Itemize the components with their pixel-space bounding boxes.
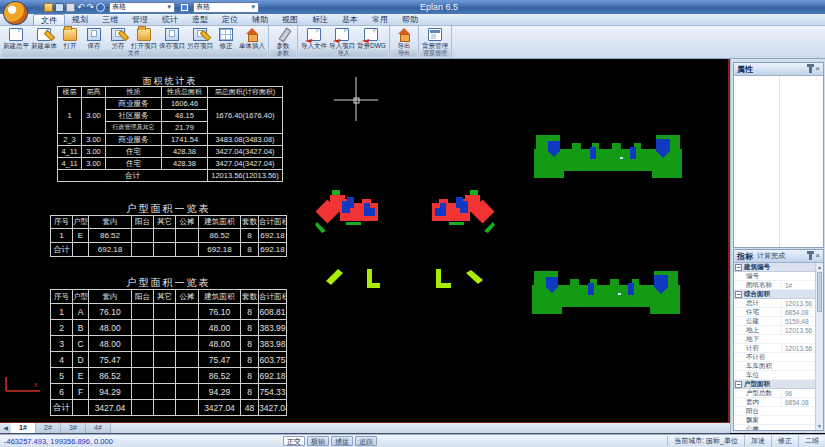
print-icon[interactable]: [66, 3, 75, 12]
menu-tab-5[interactable]: 统计: [155, 14, 185, 25]
color-swatch-icon[interactable]: [180, 3, 189, 12]
ribbon-group-label: 参数: [270, 49, 296, 57]
ribbon-button-1-5[interactable]: 另存: [106, 26, 130, 49]
indicator-panel: 指标 计算完成 × 建筑编号编号图纸名称1#综合面积总计12013.56住宅68…: [733, 249, 824, 431]
ribbon-toolbar: 新建总平新建单体打开保存另存打开项目保存项目另存项目修正单体插入文件参数参数导入…: [0, 26, 825, 59]
menu-tab-13[interactable]: 帮助: [395, 14, 425, 25]
toggle-4[interactable]: 追踪: [355, 436, 377, 446]
drawing-tab-4[interactable]: 4#: [86, 423, 111, 433]
style-combo-value: 表格: [196, 2, 210, 12]
collapse-icon[interactable]: [735, 291, 742, 298]
close-icon[interactable]: ×: [815, 252, 820, 260]
property-row[interactable]: 公摊: [734, 425, 823, 430]
collapse-icon[interactable]: [735, 381, 742, 388]
status-button-2[interactable]: 修正: [771, 435, 798, 447]
ribbon-button-1-6[interactable]: 打开项目: [130, 26, 158, 49]
ribbon-button-label: 修正: [220, 42, 233, 49]
pencil-icon: [276, 28, 290, 41]
layer-combo[interactable]: 表格 ▼: [109, 2, 175, 13]
tab-scroll-left-icon[interactable]: ◀: [0, 423, 11, 433]
property-label: 飘窗: [734, 416, 781, 425]
quick-access-toolbar: ↶↷: [33, 3, 105, 12]
toggle-1[interactable]: 正交: [283, 436, 305, 446]
ribbon-button-2-1[interactable]: 参数: [271, 26, 295, 49]
building-cluster-red-1: [315, 190, 378, 233]
menu-tab-6[interactable]: 造型: [185, 14, 215, 25]
ribbon-button-3-1[interactable]: 导入文件: [300, 26, 328, 49]
ribbon-button-1-7[interactable]: 保存项目: [158, 26, 186, 49]
property-label: 套内: [734, 398, 781, 407]
indicator-property-grid: 建筑编号编号图纸名称1#综合面积总计12013.56住宅6854.08公建515…: [734, 263, 823, 430]
redo-icon[interactable]: ↷: [87, 3, 95, 12]
scrollbar-thumb[interactable]: [817, 272, 822, 312]
properties-panel: 属性 ×: [733, 62, 824, 248]
properties-panel-header[interactable]: 属性 ×: [734, 63, 823, 76]
collapse-icon[interactable]: [735, 264, 742, 271]
import-icon: [335, 28, 349, 41]
pin-icon[interactable]: [809, 253, 812, 260]
ribbon-button-1-1[interactable]: 新建总平: [2, 26, 30, 49]
property-label: 公建: [734, 317, 781, 326]
ribbon-group-5: 背景管理背景管理: [419, 26, 452, 58]
layer-combo-value: 表格: [112, 2, 126, 12]
ribbon-button-row: 导入文件导入项目背景DWG: [298, 26, 389, 49]
scroll-up-icon[interactable]: ▲: [816, 263, 823, 271]
menu-tab-7[interactable]: 定位: [215, 14, 245, 25]
status-button-3[interactable]: 二维: [798, 435, 825, 447]
toggle-3[interactable]: 捕捉: [331, 436, 353, 446]
folder-icon: [137, 28, 151, 41]
style-combo[interactable]: 表格 ▼: [193, 2, 259, 13]
building-slab-green-1: [534, 135, 682, 178]
import-icon: [307, 28, 321, 41]
ribbon-button-row: 新建总平新建单体打开保存另存打开项目保存项目另存项目修正单体插入: [0, 26, 268, 49]
indicator-panel-header[interactable]: 指标 计算完成 ×: [734, 250, 823, 263]
ribbon-button-1-9[interactable]: 修正: [214, 26, 238, 49]
drawing-tab-3[interactable]: 3#: [61, 423, 86, 433]
app-logo-icon[interactable]: [3, 1, 28, 25]
menu-tab-1[interactable]: 文件: [33, 14, 65, 25]
application-window: ↶↷ 表格 ▼ 表格 ▼ Eplan 6.5 文件规划三维管理统计造型定位辅助视…: [0, 0, 825, 447]
property-group-label: 综合面积: [744, 290, 770, 299]
toggle-2[interactable]: 极轴: [307, 436, 329, 446]
ribbon-button-1-2[interactable]: 新建单体: [30, 26, 58, 49]
ribbon-button-3-3[interactable]: 背景DWG: [356, 26, 387, 49]
menu-tab-10[interactable]: 标注: [305, 14, 335, 25]
drawing-tab-1[interactable]: 1#: [11, 423, 36, 433]
house-icon: [245, 28, 259, 41]
ribbon-button-1-10[interactable]: 单体插入: [238, 26, 266, 49]
scroll-down-icon[interactable]: ▼: [816, 422, 823, 430]
pin-icon[interactable]: [809, 66, 812, 73]
manage-icon: [428, 28, 442, 41]
menu-tab-11[interactable]: 基本: [335, 14, 365, 25]
building-cluster-red-2: [432, 190, 495, 233]
menu-tab-12[interactable]: 常用: [365, 14, 395, 25]
drawing-tab-2[interactable]: 2#: [36, 423, 61, 433]
menu-tab-4[interactable]: 管理: [125, 14, 155, 25]
property-label: 车位: [734, 371, 781, 380]
new-doc-icon[interactable]: [33, 3, 42, 12]
panel-scrollbar[interactable]: ▲ ▼: [815, 263, 823, 430]
ribbon-group-3: 导入文件导入项目背景DWG导入: [298, 26, 390, 58]
menu-tab-2[interactable]: 规划: [65, 14, 95, 25]
drawing-canvas[interactable]: 面积统计表 楼层 层高 性质 性质总面积 层总面积(计容面积) 1 3.00 商…: [0, 59, 730, 424]
status-button-1[interactable]: 加速: [744, 435, 771, 447]
close-icon[interactable]: ×: [815, 65, 820, 73]
property-label: 住宅: [734, 308, 781, 317]
ribbon-button-label: 新建总平: [3, 42, 29, 49]
menu-tab-3[interactable]: 三维: [95, 14, 125, 25]
menu-tab-9[interactable]: 视图: [275, 14, 305, 25]
cad-shapes-layer[interactable]: x: [0, 59, 728, 422]
ribbon-button-1-8[interactable]: 另存项目: [186, 26, 214, 49]
drawing-tab-bar: ◀ 1#2#3#4#: [0, 423, 730, 434]
ribbon-button-1-3[interactable]: 打开: [58, 26, 82, 49]
ribbon-button-1-4[interactable]: 保存: [82, 26, 106, 49]
open-folder-icon[interactable]: [44, 3, 53, 12]
help-icon[interactable]: [96, 3, 105, 12]
menu-tab-8[interactable]: 辅助: [245, 14, 275, 25]
ribbon-button-3-2[interactable]: 导入项目: [328, 26, 356, 49]
undo-icon[interactable]: ↶: [77, 3, 85, 12]
ribbon-button-4-1[interactable]: 导出: [392, 26, 416, 49]
save-icon[interactable]: [55, 3, 64, 12]
ribbon-button-5-1[interactable]: 背景管理: [421, 26, 449, 49]
properties-panel-body: [734, 76, 823, 247]
